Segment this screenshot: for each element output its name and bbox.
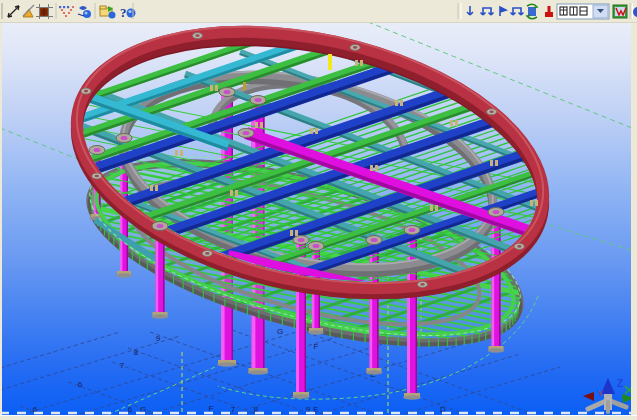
svg-text:Z: Z <box>617 378 623 389</box>
svg-text:9: 9 <box>156 334 161 343</box>
svg-text:?: ? <box>120 5 127 20</box>
svg-text:F: F <box>314 342 319 351</box>
svg-text:F: F <box>209 404 214 413</box>
svg-text:Y: Y <box>598 389 604 398</box>
svg-text:G: G <box>277 327 283 336</box>
svg-text:6: 6 <box>78 380 83 389</box>
svg-text:7: 7 <box>120 361 125 370</box>
svg-text:6: 6 <box>128 405 133 414</box>
svg-text:8: 8 <box>134 348 139 357</box>
svg-text:7: 7 <box>231 405 236 414</box>
